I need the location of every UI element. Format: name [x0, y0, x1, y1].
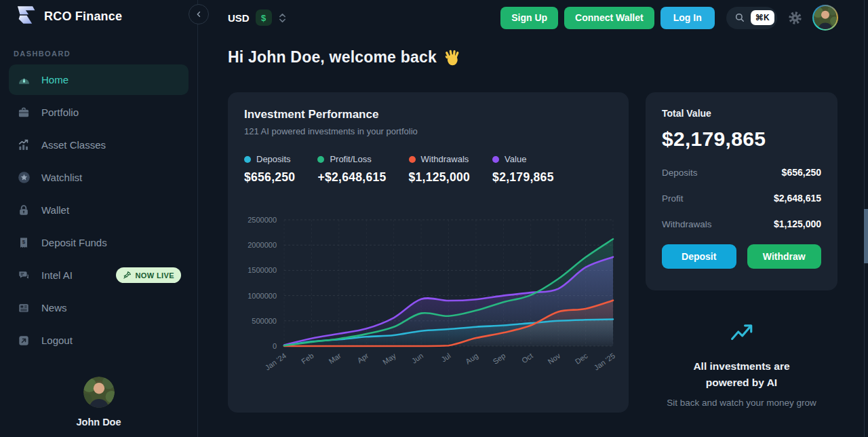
- summary-row: Withdrawals$1,125,000: [662, 218, 821, 229]
- withdraw-button[interactable]: Withdraw: [747, 244, 822, 269]
- legend-value: +$2,648,615: [317, 170, 386, 185]
- legend-label: Profit/Loss: [330, 154, 371, 164]
- x-axis-label: Aug: [464, 352, 479, 366]
- legend-dot: [317, 156, 324, 163]
- sidebar-collapse-button[interactable]: [189, 4, 209, 24]
- star-icon: [16, 170, 31, 185]
- y-axis-label: 1000000: [248, 292, 277, 300]
- sidebar-item-home[interactable]: Home: [9, 64, 189, 95]
- legend-dot: [409, 156, 416, 163]
- promo-subtitle: Sit back and watch your money grow: [665, 396, 818, 410]
- connect-wallet-button[interactable]: Connect Wallet: [564, 7, 654, 29]
- y-axis-label: 1500000: [248, 266, 277, 274]
- sidebar-item-intel-ai[interactable]: Intel AINOW LIVE: [9, 260, 189, 290]
- app-root: RCO Finance DASHBOARD HomePortfolioAsset…: [0, 0, 868, 437]
- y-axis-label: 2500000: [248, 216, 277, 224]
- search-button[interactable]: ⌘K: [726, 7, 777, 29]
- x-axis-label: May: [381, 352, 397, 366]
- sidebar-item-logout[interactable]: Logout: [9, 325, 189, 356]
- summary-row-label: Withdrawals: [662, 219, 712, 229]
- right-column: Total Value $2,179,865 Deposits$656,250P…: [646, 92, 837, 413]
- currency-code: USD: [228, 12, 250, 24]
- x-axis-label: Jan '24: [263, 352, 288, 372]
- logout-icon: [16, 333, 31, 348]
- chart-wrap: 05000001000000150000020000002500000Jan '…: [244, 212, 612, 376]
- content-grid: Investment Performance 121 AI powered in…: [228, 92, 838, 413]
- summary-row-value: $2,648,615: [774, 193, 821, 204]
- settings-gear-icon[interactable]: [788, 11, 802, 25]
- card-subtitle: 121 AI powered investments in your portf…: [244, 126, 612, 136]
- search-icon: [734, 12, 746, 24]
- topbar: USD $ Sign Up Connect Wallet Log In ⌘K: [228, 0, 838, 32]
- sidebar: RCO Finance DASHBOARD HomePortfolioAsset…: [0, 0, 198, 437]
- chat-icon: [16, 268, 31, 283]
- sidebar-nav: HomePortfolioAsset ClassesWatchlistWalle…: [0, 64, 197, 356]
- chevron-left-icon: [194, 10, 203, 19]
- profile-avatar[interactable]: [812, 5, 838, 31]
- x-axis-label: Nov: [546, 352, 561, 366]
- x-axis-label: Sep: [492, 352, 507, 366]
- logo-row: RCO Finance: [0, 0, 197, 33]
- waving-hand-icon: [443, 49, 461, 66]
- x-axis-label: Jan '25: [592, 352, 615, 372]
- keyboard-shortcut-badge: ⌘K: [751, 10, 774, 25]
- lock-icon: [16, 203, 31, 218]
- x-axis-label: Feb: [300, 352, 315, 366]
- total-value-amount: $2,179,865: [662, 128, 821, 151]
- summary-buttons: Deposit Withdraw: [662, 244, 821, 269]
- sidebar-item-asset-classes[interactable]: Asset Classes: [9, 130, 189, 160]
- scrollbar-thumb[interactable]: [864, 209, 868, 263]
- total-value-title: Total Value: [662, 108, 821, 119]
- legend-dot: [492, 156, 499, 163]
- x-axis-label: Jun: [410, 352, 425, 365]
- legend-item: Value$2,179,865: [492, 154, 554, 185]
- sidebar-item-news[interactable]: News: [9, 292, 189, 323]
- sidebar-user[interactable]: John Doe: [0, 377, 197, 437]
- legend-value: $1,125,000: [409, 170, 471, 185]
- greeting-text: Hi John Doe, welcome back: [228, 48, 437, 66]
- legend-label: Deposits: [256, 154, 291, 164]
- sidebar-item-portfolio[interactable]: Portfolio: [9, 97, 189, 128]
- card-title: Investment Performance: [244, 108, 612, 121]
- currency-selector[interactable]: USD $: [228, 10, 287, 26]
- sort-chevrons-icon: [278, 12, 287, 24]
- x-axis-label: Jul: [439, 352, 452, 364]
- y-axis-label: 2000000: [248, 241, 277, 249]
- x-axis-label: Oct: [520, 352, 534, 365]
- summary-row-value: $1,125,000: [774, 218, 821, 229]
- legend-item: Deposits$656,250: [244, 154, 295, 185]
- sidebar-item-watchlist[interactable]: Watchlist: [9, 162, 189, 193]
- sign-up-button[interactable]: Sign Up: [500, 7, 558, 29]
- legend-dot: [244, 156, 251, 163]
- user-avatar: [83, 377, 115, 408]
- legend-item: Withdrawals$1,125,000: [409, 154, 471, 185]
- gauge-icon: [16, 73, 31, 88]
- briefcase-icon: [16, 105, 31, 120]
- user-name: John Doe: [76, 417, 121, 428]
- sidebar-item-label: Intel AI: [41, 269, 73, 281]
- x-axis-label: Dec: [574, 352, 589, 366]
- sidebar-item-deposit-funds[interactable]: $Deposit Funds: [9, 227, 189, 258]
- sidebar-item-label: Portfolio: [41, 107, 79, 118]
- legend-value: $656,250: [244, 170, 295, 185]
- trending-up-icon: [730, 322, 753, 342]
- sidebar-section-label: DASHBOARD: [14, 50, 184, 58]
- app-name: RCO Finance: [44, 10, 122, 24]
- sidebar-item-label: Wallet: [41, 204, 69, 216]
- profile-avatar-image: [814, 6, 837, 29]
- sidebar-item-label: Asset Classes: [41, 139, 106, 151]
- log-in-button[interactable]: Log In: [660, 7, 715, 29]
- legend-item: Profit/Loss+$2,648,615: [317, 154, 386, 185]
- y-axis-label: 500000: [252, 317, 277, 325]
- promo-title: All investments are powered by AI: [672, 358, 811, 391]
- x-axis-label: Mar: [328, 352, 343, 366]
- news-icon: [16, 301, 31, 316]
- sidebar-item-wallet[interactable]: Wallet: [9, 195, 189, 225]
- deposit-button[interactable]: Deposit: [662, 244, 736, 269]
- sidebar-item-label: Deposit Funds: [41, 237, 107, 248]
- summary-rows: Deposits$656,250Profit$2,648,615Withdraw…: [662, 167, 821, 229]
- rocket-icon: [123, 271, 132, 280]
- legend-label: Withdrawals: [421, 154, 469, 164]
- summary-row-label: Profit: [662, 193, 684, 204]
- x-axis-label: Apr: [355, 352, 370, 365]
